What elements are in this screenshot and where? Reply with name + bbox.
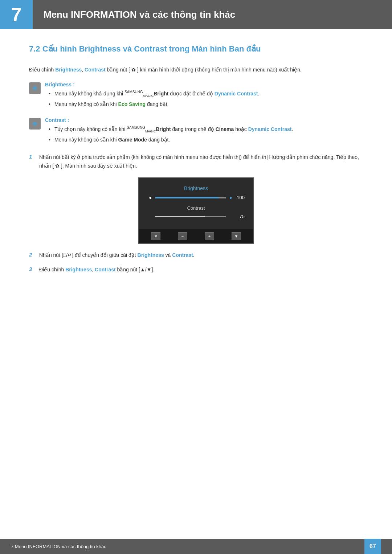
header-title: Menu INFORMATION và các thông tin khác	[44, 9, 235, 20]
brightness-track	[155, 197, 226, 198]
brightness-note-block: Brightness : Menu này không khả dụng khi…	[29, 82, 363, 110]
page-footer: 7 Menu INFORMATION và các thông tin khác…	[0, 539, 392, 554]
contrast-note-content: Contrast : Tùy chọn này không có sẵn khi…	[45, 117, 363, 146]
step-1: 1 Nhấn nút bất kỳ ở phía trước sản phẩm …	[29, 153, 363, 171]
note-icon-brightness	[29, 82, 41, 94]
note-icon-contrast	[29, 118, 41, 130]
main-content: 7.2 Cấu hình Brightness và Contrast tron…	[0, 29, 392, 309]
svg-point-1	[34, 87, 36, 89]
brightness-screen-label: Brightness	[147, 185, 245, 191]
brightness-value: 100	[234, 195, 245, 200]
section-heading: 7.2 Cấu hình Brightness và Contrast tron…	[29, 44, 363, 55]
contrast-right-spacer: ►	[229, 214, 234, 219]
brightness-bullet-2: Menu này không có sẵn khi Eco Saving đan…	[49, 100, 363, 108]
brightness-fill	[155, 197, 219, 198]
step-2-number: 2	[29, 251, 36, 258]
step-2: 2 Nhấn nút [□/↵] để chuyển đổi giữa cài …	[29, 251, 363, 260]
section-number: 7.2	[29, 44, 40, 53]
monitor-screen-demo: Brightness ◄ ► 100 Contrast ◄ ► 75	[138, 177, 254, 244]
brightness-slider-row: ◄ ► 100	[147, 195, 245, 200]
contrast-note-list: Tùy chọn này không có sẵn khi SAMSUNGMAG…	[45, 125, 363, 144]
svg-point-3	[34, 123, 36, 125]
brightness-bullet-1: Menu này không khả dụng khi SAMSUNGMAGIC…	[49, 90, 363, 98]
step-3-text: Điều chỉnh Brightness, Contrast bằng nút…	[39, 266, 363, 274]
contrast-note-block: Contrast : Tùy chọn này không có sẵn khi…	[29, 117, 363, 146]
footer-page-number: 67	[364, 539, 381, 554]
contrast-value: 75	[234, 214, 245, 219]
step-3: 3 Điều chỉnh Brightness, Contrast bằng n…	[29, 266, 363, 274]
footer-text: 7 Menu INFORMATION và các thông tin khác	[11, 544, 106, 549]
step-3-number: 3	[29, 266, 36, 272]
page-header: 7 Menu INFORMATION và các thông tin khác	[0, 0, 392, 29]
monitor-bottom-bar: ✕ − + ▼	[139, 229, 253, 243]
brightness-note-list: Menu này không khả dụng khi SAMSUNGMAGIC…	[45, 90, 363, 108]
contrast-bullet-2: Menu này không có sẵn khi Game Mode đang…	[49, 136, 363, 144]
contrast-slider-row: ◄ ► 75	[147, 214, 245, 219]
contrast-screen-label: Contrast	[147, 205, 245, 211]
contrast-track	[155, 216, 226, 217]
chapter-number: 7	[11, 5, 22, 24]
contrast-fill	[155, 216, 205, 217]
step-1-text: Nhấn nút bất kỳ ở phía trước sản phẩm (k…	[39, 153, 363, 171]
section-title: Cấu hình Brightness và Contrast trong Mà…	[42, 44, 261, 53]
contrast-left-spacer: ◄	[147, 214, 152, 219]
btn-minus-icon: −	[178, 232, 187, 240]
contrast-text: Contrast	[85, 67, 106, 73]
slider-right-arrow: ►	[229, 195, 234, 200]
step-2-text: Nhấn nút [□/↵] để chuyển đổi giữa cài đặ…	[39, 251, 363, 260]
intro-paragraph: Điều chỉnh Brightness, Contrast bằng nút…	[29, 66, 363, 74]
step-1-number: 1	[29, 153, 36, 160]
btn-x-icon: ✕	[151, 232, 160, 240]
contrast-bullet-1: Tùy chọn này không có sẵn khi SAMSUNGMAG…	[49, 125, 363, 134]
btn-down-icon: ▼	[232, 232, 241, 240]
slider-left-arrow: ◄	[147, 195, 152, 200]
btn-plus-icon: +	[205, 232, 214, 240]
brightness-note-title: Brightness :	[45, 82, 363, 87]
steps-list: 1 Nhấn nút bất kỳ ở phía trước sản phẩm …	[29, 153, 363, 274]
chapter-number-box: 7	[0, 0, 33, 29]
brightness-note-content: Brightness : Menu này không khả dụng khi…	[45, 82, 363, 110]
brightness-text: Brightness	[55, 67, 82, 73]
contrast-note-title: Contrast :	[45, 117, 363, 123]
